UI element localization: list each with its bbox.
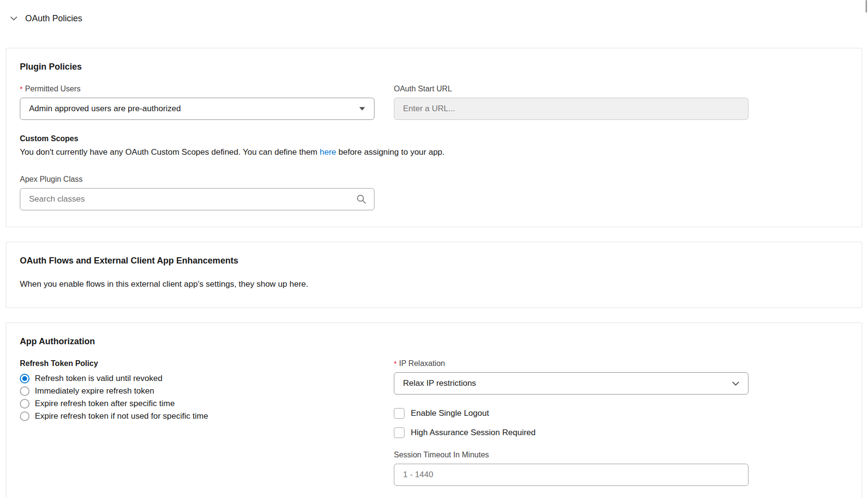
permitted-users-select[interactable]: Admin approved users are pre-authorized [20,98,374,120]
session-timeout-label: Session Timeout In Minutes [394,451,748,459]
radio-immediately-expire[interactable]: Immediately expire refresh token [20,385,154,397]
checkbox-label: High Assurance Session Required [411,428,536,438]
oauth-flows-description: When you enable flows in this external c… [20,278,848,291]
define-scopes-link[interactable]: here [320,147,336,157]
checkbox-high-assurance-session[interactable]: High Assurance Session Required [394,427,536,438]
radio-valid-until-revoked[interactable]: Refresh token is valid until revoked [20,372,163,385]
radio-unselected-icon [20,411,30,421]
radio-label: Immediately expire refresh token [35,386,154,396]
apex-plugin-class-label: Apex Plugin Class [20,175,848,184]
refresh-token-policy-label: Refresh Token Policy [20,359,374,368]
radio-selected-icon [20,374,30,383]
custom-scopes-text-after: before assigning to your app. [336,147,445,157]
plugin-policies-heading: Plugin Policies [20,62,848,72]
oauth-start-url-input[interactable] [394,98,748,120]
caret-down-icon [359,107,365,111]
radio-unselected-icon [20,399,30,409]
radio-expire-if-unused[interactable]: Expire refresh token if not used for spe… [20,410,208,423]
ip-relaxation-label-text: IP Relaxation [399,359,445,367]
required-asterisk: * [394,359,397,367]
app-authorization-card: App Authorization Refresh Token Policy R… [6,322,862,498]
section-header-oauth-policies[interactable]: OAuth Policies [0,0,82,24]
custom-scopes-text-before: You don't currently have any OAuth Custo… [20,147,320,157]
session-timeout-input[interactable] [394,464,748,486]
apex-class-search [20,188,374,210]
checkbox-enable-single-logout[interactable]: Enable Single Logout [394,408,489,419]
ip-relaxation-value: Relax IP restrictions [403,379,476,388]
radio-label: Refresh token is valid until revoked [35,374,163,383]
custom-scopes-label: Custom Scopes [20,134,848,143]
radio-expire-after-time[interactable]: Expire refresh token after specific time [20,397,175,410]
oauth-policies-page: OAuth Policies Plugin Policies *Permitte… [0,0,868,498]
app-authorization-heading: App Authorization [20,337,848,347]
custom-scopes-text: You don't currently have any OAuth Custo… [20,146,848,159]
radio-label: Expire refresh token if not used for spe… [35,411,208,421]
radio-unselected-icon [20,386,30,396]
section-title: OAuth Policies [25,14,82,24]
permitted-users-value: Admin approved users are pre-authorized [29,104,181,114]
required-asterisk: * [20,85,23,93]
chevron-down-icon [732,381,739,386]
apex-class-search-input[interactable] [20,188,374,210]
ip-relaxation-label: *IP Relaxation [394,359,748,368]
permitted-users-label: *Permitted Users [20,85,374,93]
oauth-start-url-label: OAuth Start URL [394,85,748,93]
oauth-flows-heading: OAuth Flows and External Client App Enha… [20,256,848,266]
checkbox-label: Enable Single Logout [411,409,489,418]
oauth-flows-card: OAuth Flows and External Client App Enha… [6,242,862,308]
permitted-users-label-text: Permitted Users [25,85,81,93]
checkbox-icon [394,408,404,419]
scrollbar-thumb[interactable] [866,0,867,13]
ip-relaxation-select[interactable]: Relax IP restrictions [394,372,748,395]
radio-label: Expire refresh token after specific time [35,399,175,409]
checkbox-icon [394,427,404,438]
chevron-down-icon [10,15,18,23]
plugin-policies-card: Plugin Policies *Permitted Users Admin a… [6,48,862,227]
